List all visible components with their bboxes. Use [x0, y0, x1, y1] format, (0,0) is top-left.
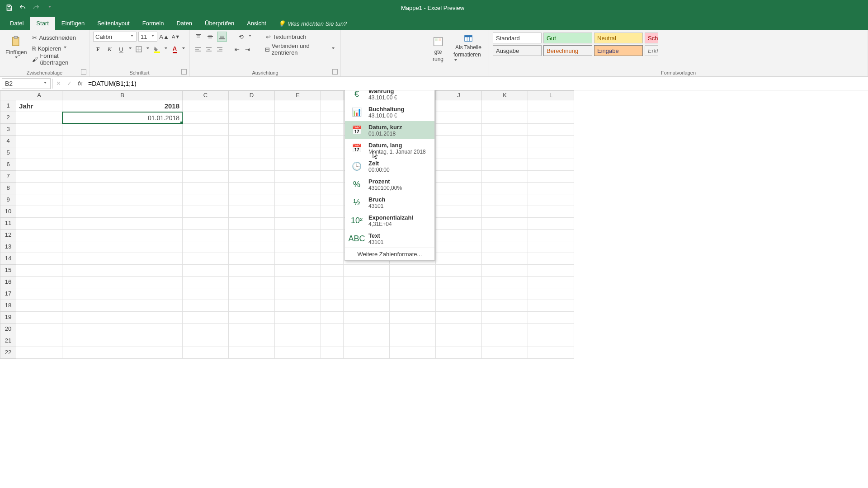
cell[interactable]	[321, 159, 344, 171]
cell[interactable]	[275, 335, 321, 347]
cell[interactable]	[229, 324, 275, 335]
cell[interactable]	[482, 265, 528, 277]
column-header[interactable]: E	[275, 90, 321, 100]
cell[interactable]	[321, 112, 344, 124]
cell[interactable]	[436, 171, 482, 183]
column-header[interactable]: K	[482, 90, 528, 100]
insert-function-button[interactable]: fx	[75, 78, 85, 89]
bold-button[interactable]: F	[93, 44, 103, 54]
cell[interactable]	[528, 218, 574, 230]
cell[interactable]	[436, 159, 482, 171]
cell[interactable]	[528, 112, 574, 124]
cell[interactable]	[321, 124, 344, 136]
cell[interactable]	[16, 312, 62, 324]
cell[interactable]	[183, 159, 229, 171]
number-format-item-long-date[interactable]: 📅Datum, langMontag, 1. Januar 2018	[345, 139, 434, 157]
cell[interactable]	[436, 112, 482, 124]
dialog-launcher-icon[interactable]	[181, 69, 187, 75]
cell[interactable]	[482, 288, 528, 300]
cell[interactable]	[436, 277, 482, 288]
row-header[interactable]: 9	[0, 194, 16, 206]
cell[interactable]	[62, 194, 183, 206]
style-neutral[interactable]: Neutral	[594, 33, 643, 43]
style-standard[interactable]: Standard	[493, 33, 542, 43]
cell[interactable]	[528, 241, 574, 253]
cell[interactable]	[275, 218, 321, 230]
cell[interactable]	[16, 277, 62, 288]
cell[interactable]	[275, 347, 321, 359]
row-header[interactable]: 8	[0, 183, 16, 194]
cell[interactable]	[183, 206, 229, 218]
column-header[interactable]: B	[62, 90, 183, 100]
cell[interactable]	[321, 230, 344, 241]
row-header[interactable]: 19	[0, 312, 16, 324]
cell[interactable]	[16, 347, 62, 359]
number-format-item-text[interactable]: ABCText43101	[345, 230, 434, 248]
cell[interactable]	[275, 277, 321, 288]
cell[interactable]	[229, 100, 275, 112]
cell[interactable]	[321, 265, 344, 277]
cell[interactable]	[528, 288, 574, 300]
cell[interactable]	[436, 230, 482, 241]
cell[interactable]	[16, 194, 62, 206]
style-eingabe[interactable]: Eingabe	[594, 45, 643, 56]
cell[interactable]	[16, 265, 62, 277]
cell[interactable]	[16, 159, 62, 171]
worksheet-grid[interactable]: ABCDEHIJKL 1Jahr2018201.01.2018345678910…	[0, 90, 868, 488]
cell[interactable]	[482, 112, 528, 124]
cell[interactable]	[183, 265, 229, 277]
cell[interactable]	[528, 347, 574, 359]
cell[interactable]	[183, 324, 229, 335]
tab-insert[interactable]: Einfügen	[55, 17, 91, 30]
cell[interactable]	[436, 218, 482, 230]
cell[interactable]	[482, 324, 528, 335]
underline-button[interactable]: U	[116, 44, 126, 54]
cell[interactable]	[482, 312, 528, 324]
align-top-button[interactable]	[193, 32, 203, 42]
cell[interactable]	[436, 288, 482, 300]
cell[interactable]	[62, 136, 183, 147]
dialog-launcher-icon[interactable]	[332, 69, 338, 75]
align-center-button[interactable]	[204, 44, 213, 54]
cell[interactable]	[62, 265, 183, 277]
cell[interactable]	[275, 124, 321, 136]
redo-icon[interactable]	[31, 2, 42, 13]
borders-button[interactable]	[134, 44, 144, 54]
cell[interactable]	[275, 253, 321, 265]
cell[interactable]	[16, 300, 62, 312]
cell[interactable]	[482, 300, 528, 312]
cell[interactable]: 01.01.2018	[62, 112, 183, 124]
cell[interactable]	[62, 324, 183, 335]
number-format-more[interactable]: Weitere Zahlenformate...	[345, 248, 434, 260]
cell[interactable]	[321, 312, 344, 324]
row-header[interactable]: 6	[0, 159, 16, 171]
cancel-formula-button[interactable]: ✕	[53, 78, 64, 89]
cell[interactable]	[229, 253, 275, 265]
cell[interactable]	[482, 335, 528, 347]
cell[interactable]	[16, 183, 62, 194]
row-header[interactable]: 11	[0, 218, 16, 230]
cell[interactable]	[229, 241, 275, 253]
cell[interactable]	[436, 253, 482, 265]
row-header[interactable]: 18	[0, 300, 16, 312]
cell[interactable]	[390, 324, 436, 335]
row-header[interactable]: 16	[0, 277, 16, 288]
cell[interactable]	[436, 335, 482, 347]
cell[interactable]	[436, 347, 482, 359]
cell[interactable]	[16, 206, 62, 218]
align-right-button[interactable]	[215, 44, 224, 54]
orientation-button[interactable]: ⟲	[236, 32, 246, 42]
cell[interactable]	[528, 335, 574, 347]
cell[interactable]	[229, 147, 275, 159]
cell[interactable]	[528, 183, 574, 194]
tab-file[interactable]: Datei	[4, 17, 30, 30]
cell[interactable]	[16, 147, 62, 159]
cell[interactable]	[482, 171, 528, 183]
cell[interactable]	[344, 277, 390, 288]
cell[interactable]	[321, 300, 344, 312]
cell[interactable]	[482, 253, 528, 265]
cell[interactable]	[229, 183, 275, 194]
cell[interactable]	[275, 194, 321, 206]
cell[interactable]	[528, 312, 574, 324]
cell[interactable]	[321, 183, 344, 194]
